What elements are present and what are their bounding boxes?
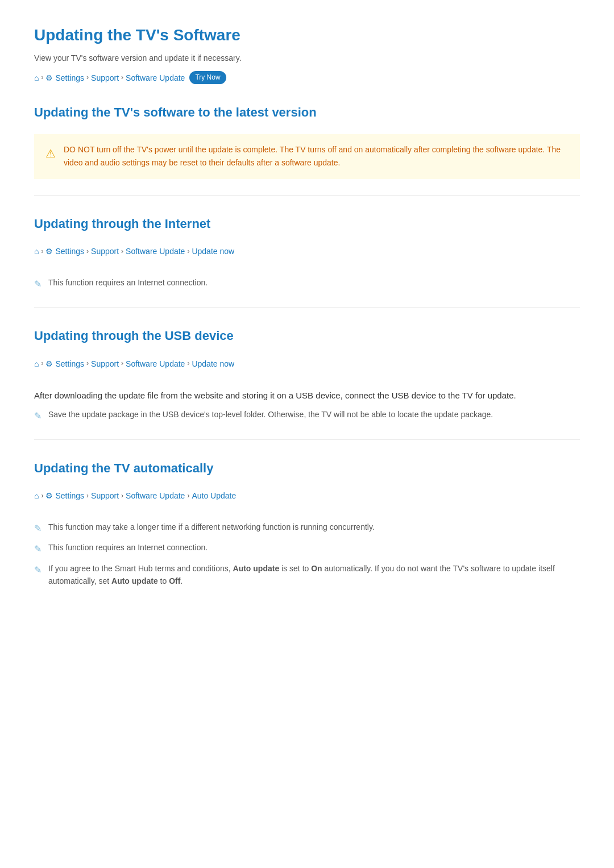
usb-note: ✎ Save the update package in the USB dev… [34, 408, 580, 423]
usb-sep-4: › [187, 358, 189, 369]
pencil-icon-1: ✎ [34, 277, 42, 292]
auto-note-text-2: This function requires an Internet conne… [48, 541, 208, 554]
usb-breadcrumb-update-now: Update now [192, 358, 234, 370]
auto-sep-1: › [41, 491, 43, 501]
section-title-internet: Updating through the Internet [34, 214, 580, 234]
home-icon-3: ⌂ [34, 358, 39, 370]
auto-breadcrumb-auto-update: Auto Update [192, 489, 236, 502]
internet-breadcrumb-update-now: Update now [192, 245, 234, 258]
auto-breadcrumb-support: Support [91, 489, 119, 502]
auto-note-1: ✎ This function may take a longer time i… [34, 521, 580, 536]
usb-sep-2: › [86, 358, 89, 369]
internet-breadcrumb: ⌂ › ⚙ Settings › Support › Software Upda… [34, 245, 580, 258]
try-now-badge[interactable]: Try Now [189, 71, 226, 84]
internet-breadcrumb-software-update: Software Update [126, 245, 185, 258]
pencil-icon-4: ✎ [34, 542, 42, 556]
usb-breadcrumb-software-update: Software Update [126, 358, 185, 370]
auto-breadcrumb-software-update: Software Update [126, 489, 185, 502]
warning-box: ⚠ DO NOT turn off the TV's power until t… [34, 134, 580, 180]
auto-sep-3: › [121, 491, 123, 501]
gear-icon-1: ⚙ [45, 72, 53, 84]
auto-note-3: ✎ If you agree to the Smart Hub terms an… [34, 562, 580, 588]
gear-icon-2: ⚙ [45, 245, 53, 258]
home-icon-4: ⌂ [34, 489, 39, 502]
internet-sep-1: › [41, 246, 43, 257]
pencil-icon-2: ✎ [34, 409, 42, 423]
auto-update-term-1: Auto update [233, 564, 280, 573]
section-title-auto: Updating the TV automatically [34, 458, 580, 478]
auto-note-text-1: This function may take a longer time if … [48, 521, 375, 533]
auto-note-text-3: If you agree to the Smart Hub terms and … [48, 562, 580, 588]
divider-3 [34, 439, 580, 440]
usb-sep-1: › [41, 358, 43, 369]
breadcrumb-sep-2: › [86, 72, 89, 83]
section-title-latest: Updating the TV's software to the latest… [34, 102, 580, 122]
internet-sep-3: › [121, 246, 123, 257]
warning-text: DO NOT turn off the TV's power until the… [64, 143, 569, 171]
divider-1 [34, 195, 580, 196]
warning-icon: ⚠ [45, 144, 56, 163]
breadcrumb-sep-3: › [121, 72, 123, 83]
auto-update-term-2: Auto update [111, 576, 158, 585]
auto-sep-2: › [86, 491, 89, 501]
usb-breadcrumb-support: Support [91, 358, 119, 370]
breadcrumb-settings: Settings [55, 72, 84, 84]
usb-note-text: Save the update package in the USB devic… [48, 408, 493, 421]
home-icon-2: ⌂ [34, 245, 39, 258]
internet-breadcrumb-settings: Settings [55, 245, 84, 258]
auto-note-2: ✎ This function requires an Internet con… [34, 541, 580, 556]
home-icon: ⌂ [34, 72, 39, 84]
section-title-usb: Updating through the USB device [34, 326, 580, 346]
internet-sep-2: › [86, 246, 89, 257]
page-title: Updating the TV's Software [34, 23, 580, 48]
breadcrumb-sep-1: › [41, 72, 43, 83]
internet-sep-4: › [187, 246, 189, 257]
gear-icon-4: ⚙ [45, 489, 53, 502]
usb-sep-3: › [121, 358, 123, 369]
usb-body-text: After downloading the update file from t… [34, 388, 580, 403]
divider-2 [34, 307, 580, 308]
internet-note-text: This function requires an Internet conne… [48, 276, 208, 289]
internet-note: ✎ This function requires an Internet con… [34, 276, 580, 292]
auto-update-off: Off [169, 576, 180, 585]
breadcrumb-software-update: Software Update [126, 72, 185, 84]
auto-update-on: On [311, 564, 322, 573]
usb-breadcrumb: ⌂ › ⚙ Settings › Support › Software Upda… [34, 358, 580, 370]
gear-icon-3: ⚙ [45, 358, 53, 370]
auto-breadcrumb: ⌂ › ⚙ Settings › Support › Software Upda… [34, 489, 580, 502]
pencil-icon-5: ✎ [34, 563, 42, 578]
auto-breadcrumb-settings: Settings [55, 489, 84, 502]
internet-breadcrumb-support: Support [91, 245, 119, 258]
page-subtitle: View your TV's software version and upda… [34, 52, 580, 64]
auto-sep-4: › [187, 491, 189, 501]
top-breadcrumb: ⌂ › ⚙ Settings › Support › Software Upda… [34, 71, 580, 84]
pencil-icon-3: ✎ [34, 521, 42, 536]
usb-breadcrumb-settings: Settings [55, 358, 84, 370]
breadcrumb-support: Support [91, 72, 119, 84]
